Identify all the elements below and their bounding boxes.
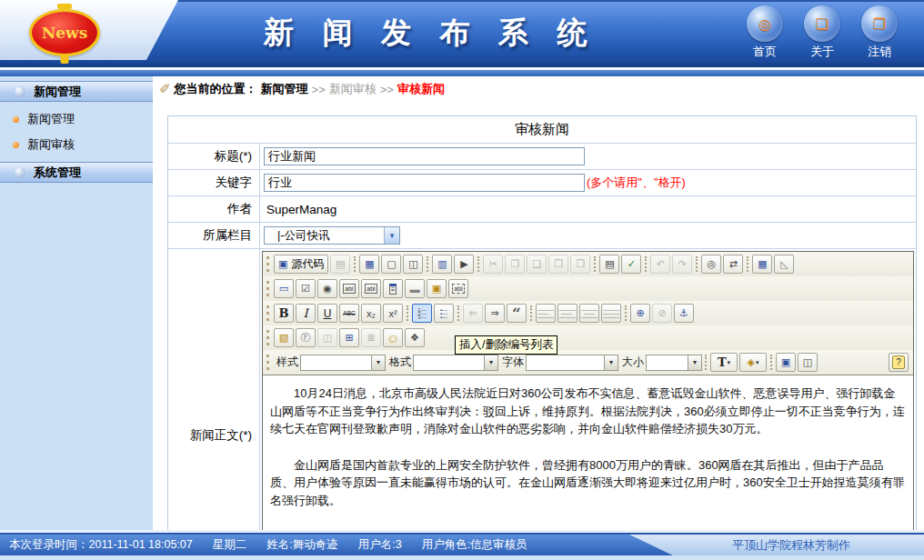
table-icon[interactable]: ⊞ [339, 328, 359, 347]
flash-icon[interactable]: Ⓕ [296, 328, 316, 347]
print-icon-glyph: ▤ [605, 258, 614, 270]
logout-button[interactable]: ❐ 注销 [857, 5, 902, 60]
home-button[interactable]: ◎ 首页 [742, 5, 788, 60]
sidebar-item[interactable]: 新闻管理 [0, 106, 153, 132]
font-select[interactable]: ▾ [526, 355, 618, 371]
breadcrumb-level2[interactable]: 新闻审核 [329, 81, 377, 97]
chevron-down-icon[interactable]: ▾ [604, 355, 618, 370]
underline-icon[interactable]: U [317, 304, 337, 323]
superscript-icon[interactable]: x² [383, 304, 403, 323]
ordered-list-tooltip: 插入/删除编号列表 [455, 335, 557, 355]
radio-icon[interactable]: ◉ [317, 279, 337, 298]
rich-text-editor: ▣源代码▤▦▢◫▥▶✂❐❑❒❒▤✓↶↷◎⇄▦◺ ▭☑◉ablabl≡▬▣abl … [262, 251, 914, 530]
hidden-field-icon-glyph: abl [452, 284, 464, 294]
underline-icon-glyph: U [324, 307, 332, 320]
title-input[interactable] [264, 147, 585, 165]
templates-icon[interactable]: ▥ [432, 255, 452, 274]
form-title-row: 审核新闻 [168, 116, 916, 144]
strikethrough-icon[interactable]: ABC [339, 304, 359, 323]
sidebar-section-news-management[interactable]: 新闻管理 [0, 81, 153, 102]
breadcrumb-level1[interactable]: 新闻管理 [261, 81, 308, 97]
user-id: 用户名:3 [358, 537, 402, 553]
doc-props-dark-icon[interactable]: ▶ [454, 255, 474, 274]
toolbar-separator [705, 355, 707, 370]
chevron-down-icon[interactable]: ▾ [371, 355, 385, 370]
link-icon[interactable]: ⊕ [630, 304, 650, 323]
align-right-icon[interactable]: ——— —— ——— [579, 304, 599, 323]
select-field-icon[interactable]: ≡ [383, 279, 403, 298]
help-icon: ? [892, 355, 905, 369]
toolbar-separator [770, 355, 772, 370]
paste-word-icon-glyph: ❒ [576, 258, 585, 270]
anchor-icon[interactable]: ⚓ [674, 304, 694, 323]
footer-bar: 本次登录时间：2011-11-01 18:05:07 星期二 姓名:舞动奇迹 用… [0, 535, 924, 555]
checkbox-icon[interactable]: ☑ [296, 279, 316, 298]
chevron-down-icon[interactable]: ▾ [484, 355, 497, 370]
size-select-label: 大小 [622, 355, 644, 370]
remove-format-icon[interactable]: ◺ [774, 255, 794, 274]
breadcrumb-pin-icon: ✐ [159, 81, 171, 97]
form-icon-glyph: ▭ [279, 283, 288, 295]
text-field-icon[interactable]: abl [339, 279, 359, 298]
source-button-label: 源代码 [291, 256, 324, 272]
unordered-list-icon[interactable]: ▪— ▪— ▪— [434, 304, 454, 323]
italic-icon[interactable]: I [296, 304, 316, 323]
format-select-label: 格式 [389, 355, 411, 370]
sidebar-item[interactable]: 新闻审核 [0, 132, 153, 157]
radio-icon-glyph: ◉ [323, 283, 332, 295]
universal-keyboard-icon[interactable]: ❖ [405, 328, 425, 347]
about-help-button[interactable]: ? [889, 353, 909, 372]
toolbar-separator [530, 305, 532, 321]
select-all-icon-glyph: ▦ [758, 258, 767, 270]
new-page-icon[interactable]: ▢ [381, 255, 401, 274]
keyword-input[interactable] [264, 174, 585, 192]
align-left-icon[interactable]: ——— —— ——— [536, 304, 556, 323]
header-dark-strip [0, 60, 924, 67]
login-time: 本次登录时间：2011-11-01 18:05:07 [9, 537, 193, 553]
source-button[interactable]: ▣源代码 [274, 255, 328, 274]
style-select[interactable]: ▾ [300, 355, 386, 371]
category-select[interactable]: |-公司快讯 ▾ [264, 226, 400, 245]
align-center-icon[interactable]: ——— —— ——— [557, 304, 578, 323]
indent-icon[interactable]: ⇒ [485, 304, 505, 323]
blockquote-icon[interactable]: “ [507, 304, 527, 323]
footer-login-info: 本次登录时间：2011-11-01 18:05:07 星期二 姓名:舞动奇迹 用… [9, 535, 527, 555]
checkbox-icon-glyph: ☑ [301, 283, 310, 295]
chevron-down-icon[interactable]: ▾ [688, 355, 701, 370]
spellcheck-icon[interactable]: ✓ [621, 255, 641, 274]
select-all-icon[interactable]: ▦ [752, 255, 772, 274]
chevron-down-icon: ▾ [756, 359, 759, 366]
editor-content-area[interactable]: 10月24日消息，北京市高级人民法院近日对360公司发布不实信息、蓄意诋毁金山软… [263, 375, 913, 530]
sidebar-section-system-management[interactable]: 系统管理 [0, 162, 153, 183]
nav-sphere: ❐ [861, 5, 898, 42]
keyword-field-row: 关键字 (多个请用"、"格开) [168, 170, 916, 196]
hidden-field-icon[interactable]: abl [448, 279, 468, 298]
find-icon[interactable]: ◎ [701, 255, 721, 274]
background-color-button[interactable]: ◈ ▾ [739, 353, 767, 372]
about-button[interactable]: ❏ 关于 [799, 5, 845, 60]
toolbar-separator [354, 256, 356, 272]
size-select[interactable]: ▾ [646, 355, 702, 371]
link-icon-glyph: ⊕ [636, 307, 644, 319]
image-button-icon[interactable]: ▣ [427, 279, 447, 298]
paste-icon: ❑ [527, 255, 547, 274]
text-color-button[interactable]: T ▾ [710, 353, 738, 372]
textarea-icon[interactable]: abl [361, 279, 381, 298]
body-field-row: 新闻正文(*) ▣源代码▤▦▢◫▥▶✂❐❑❒❒▤✓↶↷◎⇄▦◺ ▭☑◉ablab… [168, 249, 916, 530]
print-icon[interactable]: ▤ [599, 255, 619, 274]
smiley-icon[interactable]: ☺ [383, 328, 403, 347]
ordered-list-icon[interactable]: 1— 2— 3— [412, 304, 432, 323]
preview-blocks-button[interactable]: ◫ [798, 353, 818, 372]
preview-icon[interactable]: ◫ [403, 255, 423, 274]
chevron-down-icon[interactable]: ▾ [384, 227, 399, 244]
format-select[interactable]: ▾ [413, 355, 498, 371]
subscript-icon[interactable]: x₂ [361, 304, 381, 323]
bold-icon[interactable]: B [274, 304, 294, 323]
save-icon[interactable]: ▦ [359, 255, 379, 274]
form-icon[interactable]: ▭ [274, 279, 294, 298]
fit-window-button[interactable]: ▣ [776, 353, 796, 372]
justify-icon[interactable]: ——— ——— ——— [601, 304, 621, 323]
image-icon[interactable]: ▧ [274, 328, 294, 347]
button-icon[interactable]: ▬ [405, 279, 425, 298]
replace-icon[interactable]: ⇄ [723, 255, 743, 274]
